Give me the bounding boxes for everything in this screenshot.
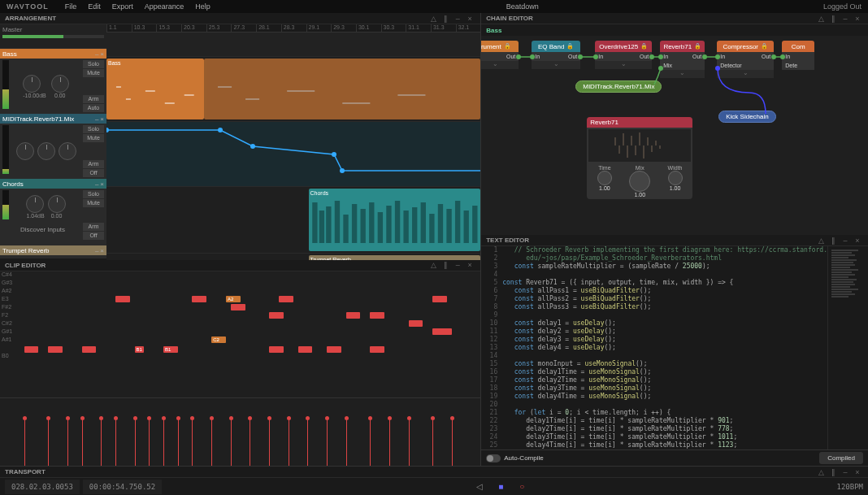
minimize-icon[interactable]: – [840,15,851,23]
solo-button[interactable]: Solo [83,190,104,198]
pause-icon[interactable]: ‖ [440,15,451,23]
bass-lane[interactable]: Bass [106,57,480,122]
close-track-icon[interactable]: × [100,180,104,188]
collapse-icon[interactable]: – [95,50,98,58]
midi-note[interactable] [327,346,341,353]
chevron-down-icon[interactable]: ⌄ [481,61,519,69]
mute-button[interactable]: Mute [83,69,104,77]
reverb-lane[interactable] [106,122,480,187]
reverb-device[interactable]: Reverb71 Time 1.00 Mix 1.00 [587,117,692,199]
midi-note[interactable] [279,296,293,302]
midi-note[interactable] [298,346,313,353]
midi-note[interactable] [24,346,39,353]
knob[interactable] [16,142,34,160]
midi-note[interactable] [370,312,384,319]
chevron-down-icon[interactable]: ⌄ [595,61,652,69]
solo-button[interactable]: Solo [83,125,104,133]
minimize-icon[interactable]: – [840,237,851,245]
off-button[interactable]: Off [83,169,104,177]
upload-icon[interactable]: △ [815,15,827,23]
code-editor[interactable]: 1234567891011121314151617181920212223242… [481,246,868,449]
compile-button[interactable]: Compiled [819,452,863,464]
pan-knob[interactable] [51,75,69,93]
collapse-icon[interactable]: – [95,180,98,188]
ruler[interactable]: 1.110.315.320.325.327.328.128.329.129.33… [106,24,480,33]
upload-icon[interactable]: △ [427,15,439,23]
close-icon[interactable]: × [852,15,863,23]
close-track-icon[interactable]: × [100,247,104,254]
login-status[interactable]: Logged Out [823,2,861,11]
menu-export[interactable]: Export [112,2,133,11]
menu-edit[interactable]: Edit [88,2,101,11]
port-dot[interactable] [578,54,583,59]
midi-note[interactable] [370,346,384,353]
midi-note[interactable] [409,320,423,327]
kick-sidechain-pill[interactable]: Kick Sidechain [718,111,775,123]
midi-note[interactable] [231,304,245,310]
trumpet-lane[interactable]: Trumpet Reverb [106,254,480,260]
collapse-icon[interactable]: – [95,115,98,123]
arm-button[interactable]: Arm [83,160,104,168]
menu-help[interactable]: Help [195,2,210,11]
master-lane[interactable] [106,33,480,57]
collapse-icon[interactable]: – [95,247,98,254]
menu-appearance[interactable]: Appearance [145,2,184,11]
knob[interactable] [59,142,76,160]
track-header-trumpet[interactable]: Trumpet Reverb – × [0,245,106,258]
overdrive-node[interactable]: Overdrive125🔒 InOut ⌄ [595,39,652,71]
auto-button[interactable]: Auto [83,104,104,112]
track-header-reverb[interactable]: MIDITrack.Reverb71.Mix – × [0,114,106,179]
mute-button[interactable]: Mute [83,199,104,207]
chevron-down-icon[interactable]: ⌄ [717,70,774,78]
piano-roll[interactable]: C#4 G#3 A#2 E3 F#2 F2 C#2 G#1 A#1 B0 B1 … [0,271,480,466]
chain-canvas[interactable]: trument🔒 Out ⌄ EQ Band🔒 InOut ⌄ Overdriv… [481,36,868,235]
mute-button[interactable]: Mute [83,134,104,142]
mix-knob[interactable] [629,171,650,192]
midi-note[interactable] [82,346,97,353]
time-display[interactable]: 00:00:54.750.52 [83,480,162,494]
upload-icon[interactable]: △ [815,237,827,245]
time-knob[interactable] [597,171,612,185]
pause-icon[interactable]: ‖ [827,15,839,23]
midi-note[interactable] [346,312,361,319]
port-dot[interactable] [649,54,654,59]
midi-note[interactable] [192,296,206,302]
chords-lane[interactable]: Chords [106,187,480,254]
chevron-down-icon[interactable]: ⌄ [532,61,580,69]
auto-compile-toggle[interactable] [486,454,501,462]
code-content[interactable]: // Schroeder Reverb implementing the fir… [502,246,827,449]
pause-icon[interactable]: ‖ [827,237,839,245]
compressor-node[interactable]: Compressor🔒 InOut Detector ⌄ [717,39,774,80]
knob[interactable] [37,142,55,160]
midi-note[interactable] [48,346,63,353]
midi-note[interactable]: A2 [226,296,241,302]
bass-clip[interactable] [204,59,481,119]
pan-knob[interactable] [48,195,66,213]
pause-icon[interactable]: ‖ [440,261,451,269]
instrument-node[interactable]: trument🔒 Out ⌄ [481,39,519,71]
midi-note[interactable] [432,296,447,302]
minimize-icon[interactable]: – [452,261,463,269]
discover-inputs[interactable]: Discover Inputs [2,223,83,237]
arm-button[interactable]: Arm [83,95,104,103]
trumpet-clip[interactable]: Trumpet Reverb [309,255,481,260]
off-button[interactable]: Off [83,232,104,240]
pause-icon[interactable]: ‖ [827,468,839,476]
midi-note[interactable]: B1 [135,346,145,353]
upload-icon[interactable]: △ [815,468,827,476]
minimize-icon[interactable]: – [452,15,463,23]
port-dot[interactable] [702,54,707,59]
upload-icon[interactable]: △ [427,261,439,269]
midi-note[interactable] [432,328,452,335]
minimize-icon[interactable]: – [840,468,851,476]
port-dot[interactable] [771,54,776,59]
solo-button[interactable]: Solo [83,60,104,68]
tempo-display[interactable]: 120BPM [836,483,863,491]
rewind-button[interactable]: ◁ [473,480,486,493]
midi-note[interactable]: B1 [163,346,178,353]
width-knob[interactable] [668,171,683,185]
eq-node[interactable]: EQ Band🔒 InOut ⌄ [532,39,580,71]
chevron-down-icon[interactable]: ⌄ [660,70,705,78]
chords-clip[interactable]: Chords [309,189,481,251]
close-track-icon[interactable]: × [100,115,104,123]
